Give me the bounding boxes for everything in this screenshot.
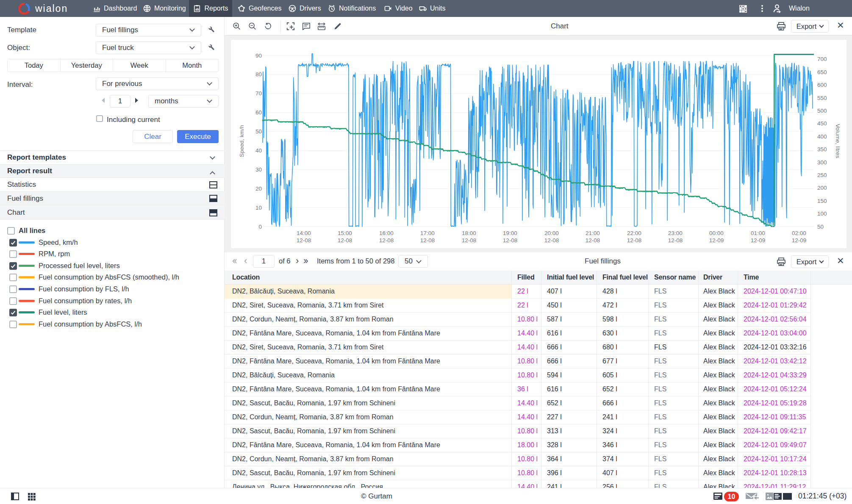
svg-text:23:00: 23:00 xyxy=(668,230,683,236)
svg-text:12-08: 12-08 xyxy=(379,237,394,244)
svg-text:40: 40 xyxy=(255,147,262,154)
svg-text:20:00: 20:00 xyxy=(544,230,559,236)
svg-text:60: 60 xyxy=(255,109,262,116)
svg-text:0: 0 xyxy=(258,224,262,230)
svg-text:12-08: 12-08 xyxy=(627,237,642,244)
svg-text:17:00: 17:00 xyxy=(420,230,435,236)
svg-text:00:00: 00:00 xyxy=(709,230,724,236)
svg-text:Volume, litres: Volume, litres xyxy=(835,124,841,158)
svg-text:400: 400 xyxy=(817,133,827,140)
svg-text:Speed, km/h: Speed, km/h xyxy=(239,125,245,157)
svg-text:14:00: 14:00 xyxy=(297,230,311,236)
svg-text:12-08: 12-08 xyxy=(544,237,559,244)
svg-text:12-08: 12-08 xyxy=(586,237,600,244)
svg-text:70: 70 xyxy=(255,90,262,97)
svg-text:50: 50 xyxy=(255,128,262,135)
svg-text:18:00: 18:00 xyxy=(462,230,476,236)
svg-text:150: 150 xyxy=(817,198,827,204)
svg-text:650: 650 xyxy=(817,69,827,75)
svg-text:300: 300 xyxy=(817,159,827,166)
svg-text:500: 500 xyxy=(817,108,827,114)
svg-text:12-09: 12-09 xyxy=(751,237,766,244)
svg-text:250: 250 xyxy=(817,172,827,178)
svg-text:30: 30 xyxy=(255,166,262,173)
svg-text:90: 90 xyxy=(255,53,262,59)
svg-text:02:00: 02:00 xyxy=(792,230,806,236)
svg-text:600: 600 xyxy=(817,82,827,88)
svg-text:20: 20 xyxy=(255,186,262,192)
svg-text:10: 10 xyxy=(255,205,262,211)
svg-text:16:00: 16:00 xyxy=(379,230,394,236)
svg-text:700: 700 xyxy=(817,56,827,62)
svg-text:200: 200 xyxy=(817,185,827,191)
svg-text:12-08: 12-08 xyxy=(503,237,518,244)
svg-text:12-09: 12-09 xyxy=(709,237,724,244)
svg-text:12-08: 12-08 xyxy=(462,237,477,244)
svg-text:21:00: 21:00 xyxy=(586,230,600,236)
svg-text:22:00: 22:00 xyxy=(627,230,641,236)
svg-text:15:00: 15:00 xyxy=(338,230,352,236)
svg-text:80: 80 xyxy=(255,71,262,78)
svg-text:50: 50 xyxy=(817,224,824,230)
svg-text:450: 450 xyxy=(817,120,827,127)
svg-text:550: 550 xyxy=(817,95,827,101)
svg-text:12-09: 12-09 xyxy=(792,237,807,244)
svg-text:12-08: 12-08 xyxy=(668,237,683,244)
svg-text:12-08: 12-08 xyxy=(297,237,311,244)
svg-text:350: 350 xyxy=(817,146,827,152)
svg-text:01:00: 01:00 xyxy=(751,230,765,236)
svg-text:12-08: 12-08 xyxy=(338,237,352,244)
svg-text:19:00: 19:00 xyxy=(503,230,517,236)
svg-text:12-08: 12-08 xyxy=(420,237,435,244)
svg-text:100: 100 xyxy=(817,210,827,217)
